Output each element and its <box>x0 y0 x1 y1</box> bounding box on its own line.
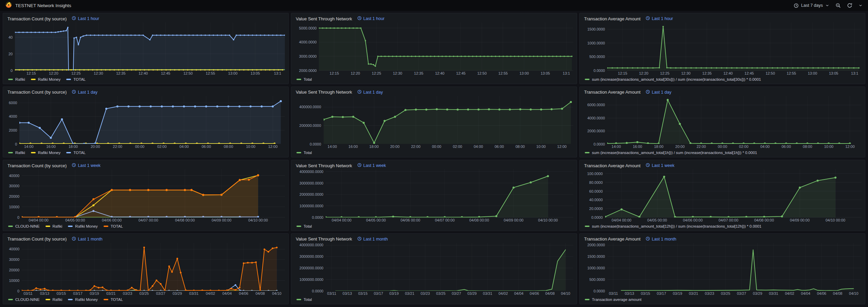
legend-item[interactable]: Rafiki <box>46 224 62 228</box>
x-tick-label: 04:00 <box>179 145 189 149</box>
time-series-chart[interactable] <box>607 22 862 71</box>
chevron-down-icon <box>858 3 863 7</box>
time-series-chart[interactable] <box>324 96 573 144</box>
x-tick-label: 13:05 <box>541 71 550 75</box>
legend-item[interactable]: Rafiki <box>46 298 62 302</box>
legend-item[interactable]: CLOUD-NINE <box>8 298 40 302</box>
legend-item[interactable]: sum (increase(transactions_amount_total[… <box>585 77 761 81</box>
legend-label: TOTAL <box>111 224 123 228</box>
time-series-chart[interactable] <box>15 22 285 71</box>
x-tick-label: 12:40 <box>139 71 148 75</box>
panel-title[interactable]: Value Sent Through Network <box>296 16 352 21</box>
time-series-chart[interactable] <box>605 169 862 217</box>
legend-swatch <box>8 226 13 227</box>
panel-time-label: Last 1 day <box>363 90 383 95</box>
panel-header: Transaction Average Amount Last 1 week <box>583 162 862 169</box>
panel-time-label: Last 1 week <box>78 163 101 168</box>
legend-item[interactable]: Transaction average amount <box>585 298 641 302</box>
dashboard-title: TESTNET Network Insights <box>15 3 71 8</box>
panel-title[interactable]: Transaction Average Amount <box>584 236 640 242</box>
x-tick-label: 14:00 <box>328 145 337 149</box>
x-tick-label: 12:15 <box>618 71 628 75</box>
panel-title[interactable]: Transaction Count (by source) <box>7 163 67 168</box>
clock-icon <box>646 16 650 21</box>
x-axis: 03/1103/1303/1503/1703/1903/2103/2303/25… <box>326 291 573 296</box>
panel-title[interactable]: Transaction Count (by source) <box>7 236 67 242</box>
legend-item[interactable]: Rafiki <box>8 77 25 81</box>
legend-item[interactable]: CLOUD-NINE <box>8 224 40 228</box>
plot-area: 400000.0000200000.00000.0000 14:0016:001… <box>295 96 573 150</box>
refresh-button[interactable] <box>847 3 852 8</box>
legend-item[interactable]: Rafiki Money <box>31 151 60 155</box>
panel-title[interactable]: Value Sent Through Network <box>296 236 352 242</box>
time-series-chart[interactable] <box>319 22 573 71</box>
panel-title[interactable]: Value Sent Through Network <box>296 90 352 95</box>
panel-3: Transaction Average Amount Last 1 hour 1… <box>579 13 865 84</box>
time-series-chart[interactable] <box>607 243 862 291</box>
time-series-chart[interactable] <box>19 96 285 144</box>
time-series-chart[interactable] <box>22 169 285 217</box>
y-tick-label: 0 <box>17 215 19 219</box>
x-tick-label: 12:20 <box>351 71 360 75</box>
x-tick-label: 12:35 <box>414 71 423 75</box>
y-tick-label: 20000 <box>9 194 19 198</box>
refresh-interval-dropdown[interactable] <box>858 3 863 7</box>
legend-item[interactable]: TOTAL <box>104 298 123 302</box>
x-tick-label: 12:55 <box>787 71 796 75</box>
panel-title[interactable]: Transaction Average Amount <box>584 16 640 21</box>
legend-item[interactable]: Rafiki Money <box>31 77 60 81</box>
legend-item[interactable]: Rafiki <box>8 151 25 155</box>
x-tick-label: 13:1 <box>563 71 570 75</box>
legend-label: Rafiki <box>15 151 25 155</box>
x-tick-label: 13:00 <box>228 71 238 75</box>
panel-4: Transaction Count (by source) Last 1 day… <box>3 87 289 158</box>
x-tick-label: 04/10 00:00 <box>538 218 558 222</box>
legend-item[interactable]: Total <box>296 298 312 302</box>
y-tick-label: 40000 <box>9 247 19 251</box>
panel-12: Transaction Average Amount Last 1 month … <box>579 233 865 305</box>
panel-title[interactable]: Transaction Count (by source) <box>7 16 67 21</box>
legend-label: CLOUD-NINE <box>15 224 40 228</box>
x-tick-label: 03/25 <box>140 291 149 295</box>
zoom-out-button[interactable] <box>835 3 841 8</box>
time-series-chart[interactable] <box>326 169 573 217</box>
panel-title[interactable]: Value Sent Through Network <box>296 163 352 168</box>
legend-item[interactable]: Total <box>296 151 312 155</box>
legend-item[interactable]: TOTAL <box>104 224 123 228</box>
time-series-chart[interactable] <box>326 243 573 291</box>
y-tick-label: 500.0000 <box>590 277 605 282</box>
header-controls: Last 7 days <box>794 3 863 8</box>
chart-column: 03/1103/1303/1503/1703/1903/2103/2303/25… <box>22 243 285 296</box>
legend-item[interactable]: TOTAL <box>66 77 86 81</box>
y-tick-label: 400000.0000 <box>299 105 321 109</box>
time-range-picker[interactable]: Last 7 days <box>794 3 829 8</box>
legend-item[interactable]: Total <box>296 77 312 81</box>
x-tick-label: 04/08 <box>833 291 843 295</box>
legend-item[interactable]: Rafiki Money <box>68 298 97 302</box>
panel-time-override: Last 1 hour <box>646 16 673 21</box>
clock-icon <box>357 163 362 168</box>
panel-title[interactable]: Transaction Count (by source) <box>7 90 67 95</box>
legend-item[interactable]: sum (increase(transactions_amount_total[… <box>585 151 757 155</box>
x-tick-label: 04/10 <box>561 291 571 295</box>
time-series-chart[interactable] <box>22 243 285 291</box>
x-axis: 12:1512:2012:2512:3012:3512:4012:4512:50… <box>15 71 285 76</box>
legend-item[interactable]: TOTAL <box>66 151 86 155</box>
y-tick-label: 40000 <box>9 174 19 178</box>
panel-title[interactable]: Transaction Average Amount <box>584 90 640 95</box>
y-tick-label: 0.0000 <box>312 215 324 219</box>
legend-item[interactable]: Rafiki Money <box>68 224 97 228</box>
legend-label: TOTAL <box>111 298 123 302</box>
legend-item[interactable]: Total <box>296 224 312 228</box>
x-tick-label: 04/06 <box>817 291 827 295</box>
x-tick-label: 12:15 <box>330 71 339 75</box>
time-series-chart[interactable] <box>607 96 862 144</box>
legend-item[interactable]: sum (increase(transactions_amount_total[… <box>585 224 761 228</box>
y-tick-label: 10000 <box>9 279 19 283</box>
panel-title[interactable]: Transaction Average Amount <box>584 163 640 168</box>
legend-label: CLOUD-NINE <box>15 298 40 302</box>
x-tick-label: 04/06 00:00 <box>102 218 122 222</box>
grafana-logo[interactable] <box>5 2 12 9</box>
panel-time-override: Last 1 hour <box>72 16 99 21</box>
panel-header: Transaction Average Amount Last 1 day <box>583 89 862 96</box>
